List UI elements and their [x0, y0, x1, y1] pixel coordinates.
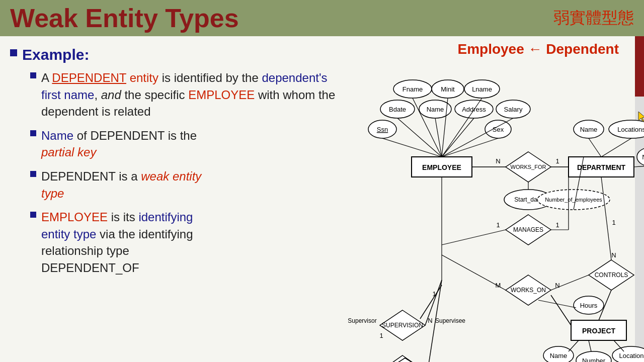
- one-supervision-bottom: 1: [379, 332, 383, 339]
- page-title: Weak Entity Types: [10, 3, 239, 33]
- relationship-label: Employee ← Dependent: [457, 41, 619, 57]
- svg-line-50: [569, 340, 579, 351]
- list-item: A DEPENDENT entity is identified by the …: [30, 69, 352, 120]
- svg-line-29: [601, 138, 631, 157]
- n-works-on: N: [555, 282, 559, 289]
- bullet-square: [10, 49, 17, 56]
- one-label-manages-1: 1: [496, 221, 500, 229]
- diagram-panel: Employee ← Dependent Fname Minit Lname B: [357, 36, 634, 357]
- fname-attr: Fname: [403, 85, 423, 93]
- sex-attr: Sex: [493, 126, 504, 133]
- sub-bullet: [30, 130, 36, 136]
- ssn-attr: Ssn: [377, 126, 388, 133]
- svg-line-18: [382, 138, 442, 157]
- name-proj-attr: Name: [550, 352, 568, 359]
- sub-bullet: [30, 72, 36, 78]
- example-label: Example:: [22, 46, 89, 63]
- example-section: Example:: [10, 46, 352, 63]
- svg-line-48: [551, 295, 571, 325]
- item-2-text: Name of DEPENDENT is thepartial key: [41, 127, 197, 161]
- num-employees-attr: Number_of_employees: [545, 197, 602, 203]
- item-4-text: EMPLOYEE is its identifyingentity type v…: [41, 209, 193, 276]
- department-node: DEPARTMENT: [577, 163, 626, 171]
- supervision-node: SUPERVISION: [382, 322, 423, 329]
- n-supervision: N: [428, 317, 432, 324]
- svg-line-33: [634, 166, 644, 167]
- main-content: Example: A DEPENDENT entity is identifie…: [0, 36, 644, 362]
- manages-node: MANAGES: [513, 226, 543, 233]
- cursor-icon: [636, 111, 644, 123]
- list-item: DEPENDENT is a weak entitytype: [30, 168, 352, 202]
- dependent-text: DEPENDENT: [52, 71, 126, 84]
- item-3-text: DEPENDENT is a weak entitytype: [41, 168, 201, 202]
- works-for-node: WORKS_FOR: [511, 164, 546, 170]
- svg-line-52: [589, 340, 591, 351]
- num-dept-attr: Num: [642, 153, 644, 161]
- salary-attr: Salary: [504, 106, 523, 113]
- sub-bullet: [30, 212, 36, 218]
- svg-marker-0: [638, 112, 644, 122]
- one-supervision: 1: [432, 290, 436, 298]
- arrow-icon: ←: [528, 41, 546, 57]
- project-node: PROJECT: [582, 327, 616, 335]
- svg-marker-59: [377, 355, 428, 362]
- er-diagram: Fname Minit Lname Bdate Name Address Sal…: [342, 64, 644, 362]
- item-1-text: A DEPENDENT entity is identified by the …: [41, 69, 335, 120]
- location-proj-attr: Location: [619, 352, 643, 359]
- works-on-node: WORKS_ON: [511, 287, 546, 294]
- n-controls: N: [611, 251, 616, 259]
- header: Weak Entity Types 弱實體型態: [0, 0, 644, 36]
- number-proj-attr: Number: [582, 357, 606, 362]
- one-dept-controls: 1: [612, 219, 615, 226]
- svg-line-15: [435, 118, 442, 157]
- sub-bullet: [30, 171, 36, 177]
- locations-attr: Locations: [617, 126, 644, 133]
- employee-node: EMPLOYEE: [422, 163, 461, 171]
- svg-line-31: [589, 138, 601, 157]
- svg-line-16: [442, 118, 474, 157]
- controls-node: CONTROLS: [595, 272, 628, 279]
- name-emp-attr: Name: [427, 106, 444, 113]
- list-item: EMPLOYEE is its identifyingentity type v…: [30, 209, 352, 276]
- m-works-on: M: [496, 282, 501, 289]
- svg-line-36: [442, 230, 506, 245]
- dependent-label: Dependent: [546, 41, 619, 57]
- one-label-manages-2: 1: [555, 221, 559, 229]
- one-label-works-for: 1: [555, 157, 559, 165]
- name-dept-attr: Name: [580, 126, 598, 133]
- n-label-works-for: N: [496, 157, 500, 165]
- svg-line-14: [397, 118, 442, 157]
- hours-attr: Hours: [580, 302, 598, 309]
- lname-attr: Lname: [472, 85, 492, 93]
- supervisor-label: Supervisor: [348, 317, 376, 324]
- list-item: Name of DEPENDENT is thepartial key: [30, 127, 352, 161]
- svg-line-19: [442, 138, 498, 157]
- bdate-attr: Bdate: [389, 106, 406, 113]
- svg-line-40: [601, 177, 611, 260]
- chinese-title: 弱實體型態: [553, 7, 634, 29]
- supervisee-label: Supervisee: [435, 317, 465, 324]
- employee-label: Employee: [457, 41, 524, 57]
- text-panel: Example: A DEPENDENT entity is identifie…: [5, 41, 357, 357]
- minit-attr: Minit: [441, 85, 455, 93]
